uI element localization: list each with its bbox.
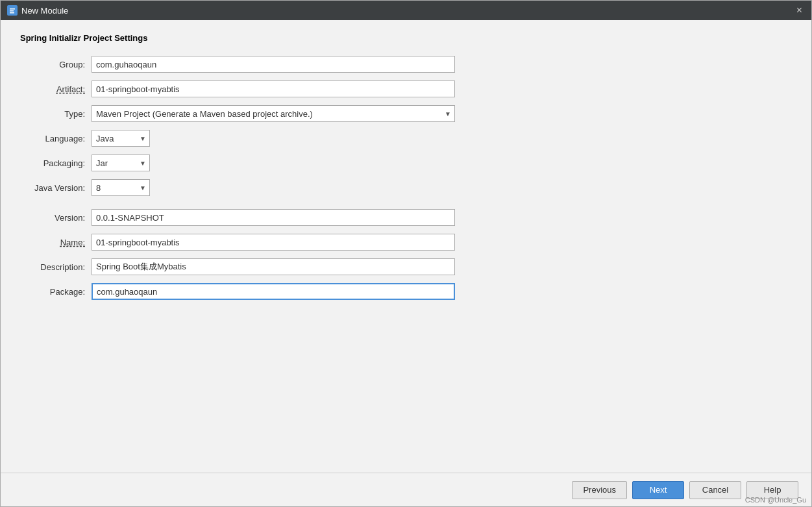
- artifact-row: Artifact:: [20, 80, 792, 97]
- language-label: Language:: [20, 134, 92, 143]
- version-label: Version:: [20, 213, 92, 223]
- group-label: Group:: [20, 60, 92, 69]
- dialog-footer: Previous Next Cancel Help: [1, 473, 811, 506]
- name-label: Name:: [20, 238, 92, 247]
- language-row: Language: Java Kotlin Groovy ▼: [20, 130, 792, 147]
- dialog-body: Spring Initializr Project Settings Group…: [1, 20, 811, 473]
- title-bar-left: New Module: [7, 5, 68, 16]
- packaging-row: Packaging: Jar War ▼: [20, 155, 792, 171]
- language-select-wrapper: Java Kotlin Groovy ▼: [92, 130, 150, 147]
- java-version-select[interactable]: 8 11 17: [92, 179, 150, 196]
- section-title: Spring Initializr Project Settings: [20, 33, 792, 43]
- type-select-wrapper: Maven Project (Generate a Maven based pr…: [92, 105, 455, 122]
- version-row: Version:: [20, 209, 792, 226]
- module-icon: [7, 5, 18, 16]
- packaging-label: Packaging:: [20, 158, 92, 168]
- description-input[interactable]: [92, 258, 455, 275]
- version-input[interactable]: [92, 209, 455, 226]
- package-input[interactable]: [92, 283, 455, 300]
- previous-button[interactable]: Previous: [572, 481, 627, 499]
- packaging-select[interactable]: Jar War: [92, 155, 150, 171]
- type-select[interactable]: Maven Project (Generate a Maven based pr…: [92, 105, 455, 122]
- svg-rect-1: [10, 8, 15, 10]
- packaging-select-wrapper: Jar War ▼: [92, 155, 150, 171]
- type-row: Type: Maven Project (Generate a Maven ba…: [20, 105, 792, 122]
- cancel-button[interactable]: Cancel: [689, 481, 741, 499]
- svg-rect-2: [10, 10, 14, 12]
- description-label: Description:: [20, 262, 92, 272]
- next-button[interactable]: Next: [632, 481, 684, 499]
- help-button[interactable]: Help: [746, 481, 798, 499]
- group-row: Group:: [20, 56, 792, 73]
- package-row: Package:: [20, 283, 792, 300]
- language-select[interactable]: Java Kotlin Groovy: [92, 130, 150, 147]
- dialog-title: New Module: [21, 6, 68, 16]
- artifact-input[interactable]: [92, 80, 455, 97]
- java-version-label: Java Version:: [20, 183, 92, 193]
- close-button[interactable]: ×: [794, 4, 805, 17]
- artifact-label: Artifact:: [20, 84, 92, 94]
- name-input[interactable]: [92, 234, 455, 251]
- svg-rect-3: [10, 12, 14, 14]
- group-input[interactable]: [92, 56, 455, 73]
- title-bar: New Module ×: [1, 1, 811, 20]
- new-module-dialog: New Module × Spring Initializr Project S…: [0, 0, 812, 507]
- type-label: Type:: [20, 109, 92, 119]
- description-row: Description:: [20, 258, 792, 275]
- java-version-row: Java Version: 8 11 17 ▼: [20, 179, 792, 196]
- java-version-select-wrapper: 8 11 17 ▼: [92, 179, 150, 196]
- package-label: Package:: [20, 287, 92, 297]
- name-row: Name:: [20, 234, 792, 251]
